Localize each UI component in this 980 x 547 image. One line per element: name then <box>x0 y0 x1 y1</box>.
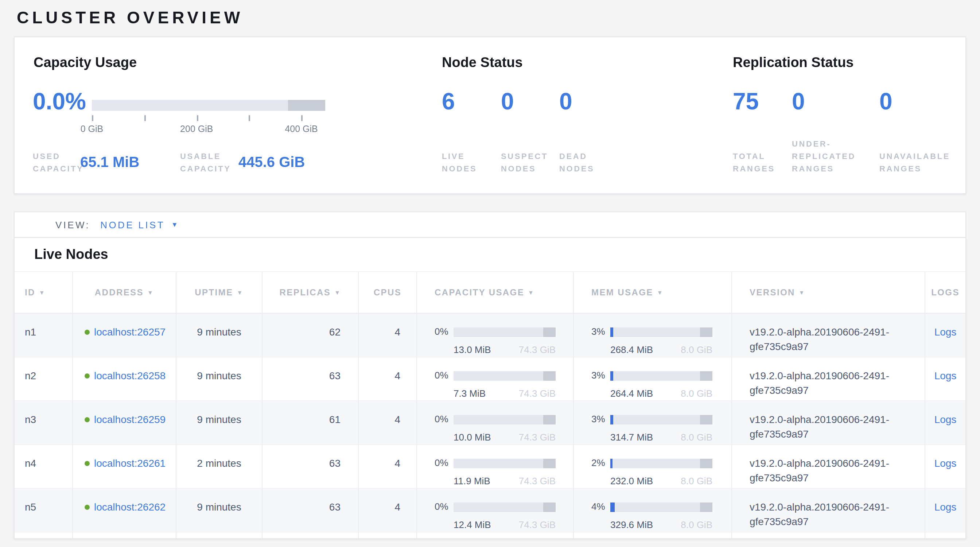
view-bar: VIEW: NODE LIST ▼ <box>14 211 966 238</box>
node-list-dropdown[interactable]: NODE LIST ▼ <box>100 219 180 230</box>
mem-used-label: 314.7 MiB <box>610 430 653 445</box>
cpus-cell: 4 <box>359 445 417 489</box>
table-row-clipped <box>14 533 966 539</box>
capacity-percent-label: 0% <box>434 368 453 383</box>
unavailable-count: 0 <box>880 88 892 115</box>
usable-capacity-value: 445.6 GiB <box>239 154 305 171</box>
table-row: n1 localhost:26257 9 minutes 62 4 0% 13.… <box>14 313 966 357</box>
dead-nodes-count: 0 <box>559 88 573 115</box>
view-label: VIEW: <box>56 219 90 230</box>
capacity-percent-label: 0% <box>434 412 453 427</box>
node-address-link[interactable]: localhost:26261 <box>94 457 165 469</box>
column-header-id[interactable]: ID▼ <box>14 272 73 313</box>
total-ranges-count: 75 <box>733 88 759 115</box>
sort-arrow-icon: ▼ <box>657 289 663 296</box>
table-header: ID▼ ADDRESS▼ UPTIME▼ REPLICAS▼ CPUS CAPA… <box>14 271 966 313</box>
replicas-cell: 61 <box>262 401 359 445</box>
capacity-bar-reserved <box>543 415 555 424</box>
capacity-percent-label: 0% <box>434 499 453 514</box>
table-row: n4 localhost:26261 2 minutes 63 4 0% 11.… <box>14 445 966 489</box>
cpus-cell: 4 <box>359 313 417 357</box>
column-header-replicas[interactable]: REPLICAS▼ <box>262 272 359 313</box>
mem-bar <box>610 415 713 424</box>
mem-percent-label: 3% <box>591 412 610 427</box>
column-header-cpus: CPUS <box>359 272 417 313</box>
column-header-address[interactable]: ADDRESS▼ <box>73 272 177 313</box>
capacity-bar-reserved <box>543 327 555 337</box>
column-header-uptime[interactable]: UPTIME▼ <box>177 272 262 313</box>
sort-arrow-icon: ▼ <box>334 289 341 296</box>
live-nodes-card: Live Nodes ID▼ ADDRESS▼ UPTIME▼ REPLICAS… <box>14 238 966 539</box>
capacity-meter-bar <box>92 100 325 111</box>
mem-usage-cell: 3% 314.7 MiB8.0 GiB <box>574 401 732 445</box>
axis-tick <box>249 115 250 121</box>
node-id-cell: n5 <box>14 489 73 533</box>
node-address-link[interactable]: localhost:26257 <box>94 326 165 338</box>
logs-link[interactable]: Logs <box>934 370 957 382</box>
cluster-summary-card: Capacity Usage 0.0% 0 GiB 200 GiB 400 Gi… <box>14 37 966 194</box>
mem-usage-cell: 3% 264.4 MiB8.0 GiB <box>574 357 732 401</box>
column-header-version[interactable]: VERSION▼ <box>732 272 925 313</box>
capacity-used-label: 7.3 MiB <box>453 386 485 401</box>
table-row: n5 localhost:26262 9 minutes 63 4 0% 12.… <box>14 489 966 533</box>
version-cell: v19.2.0-alpha.20190606-2491-gfe735c9a97 <box>732 445 925 489</box>
node-address-link[interactable]: localhost:26258 <box>94 370 165 382</box>
table-row: n3 localhost:26259 9 minutes 61 4 0% 10.… <box>14 401 966 445</box>
mem-bar-fill <box>610 371 613 380</box>
used-capacity-value: 65.1 MiB <box>80 154 139 171</box>
node-status-title: Node Status <box>442 55 523 71</box>
under-replicated-label: UNDER- REPLICATED RANGES <box>792 138 856 175</box>
logs-cell: Logs <box>925 313 966 357</box>
node-address-link[interactable]: localhost:26259 <box>94 413 165 425</box>
logs-link[interactable]: Logs <box>934 501 957 513</box>
table-row: n2 localhost:26258 9 minutes 63 4 0% 7.3… <box>14 357 966 401</box>
mem-percent-label: 2% <box>591 456 610 471</box>
uptime-cell: 9 minutes <box>177 401 262 445</box>
chevron-down-icon[interactable]: ▼ <box>171 221 180 228</box>
replicas-cell: 63 <box>262 445 359 489</box>
capacity-total-label: 74.3 GiB <box>519 474 555 489</box>
logs-link[interactable]: Logs <box>934 326 957 338</box>
logs-cell: Logs <box>925 401 966 445</box>
node-id-cell: n2 <box>14 357 73 401</box>
mem-total-label: 8.0 GiB <box>681 343 713 357</box>
capacity-usage-cell: 0% 12.4 MiB74.3 GiB <box>417 489 574 533</box>
capacity-bar <box>453 502 555 512</box>
mem-bar <box>610 458 713 468</box>
node-live-dot-icon <box>84 417 90 422</box>
mem-bar <box>610 502 713 512</box>
node-address-cell: localhost:26262 <box>73 489 177 533</box>
replicas-cell: 63 <box>262 357 359 401</box>
cpus-cell: 4 <box>359 401 417 445</box>
sort-arrow-icon: ▼ <box>39 289 46 296</box>
node-address-cell: localhost:26257 <box>73 313 177 357</box>
mem-bar <box>610 371 713 380</box>
capacity-bar <box>453 415 555 424</box>
logs-link[interactable]: Logs <box>934 457 957 469</box>
mem-usage-cell: 3% 268.4 MiB8.0 GiB <box>574 313 732 357</box>
node-address-cell: localhost:26258 <box>73 357 177 401</box>
total-ranges-label: TOTAL RANGES <box>733 150 775 175</box>
logs-cell: Logs <box>925 445 966 489</box>
mem-percent-label: 4% <box>591 499 610 514</box>
logs-link[interactable]: Logs <box>934 413 957 425</box>
live-nodes-label: LIVE NODES <box>442 150 477 175</box>
column-header-capacity-usage[interactable]: CAPACITY USAGE▼ <box>417 272 574 313</box>
column-header-mem-usage[interactable]: MEM USAGE▼ <box>574 272 732 313</box>
capacity-usage-title: Capacity Usage <box>33 55 137 71</box>
node-list-dropdown-value[interactable]: NODE LIST <box>100 219 165 230</box>
uptime-cell: 9 minutes <box>177 313 262 357</box>
nodes-table: ID▼ ADDRESS▼ UPTIME▼ REPLICAS▼ CPUS CAPA… <box>14 271 966 539</box>
cpus-cell: 4 <box>359 357 417 401</box>
node-address-link[interactable]: localhost:26262 <box>94 501 165 513</box>
capacity-bar <box>453 371 555 380</box>
node-live-dot-icon <box>84 461 90 466</box>
capacity-usage-cell: 0% 11.9 MiB74.3 GiB <box>417 445 574 489</box>
sort-arrow-icon: ▼ <box>799 289 805 296</box>
cpus-cell: 4 <box>359 489 417 533</box>
mem-used-label: 329.6 MiB <box>610 518 653 533</box>
mem-bar-reserved <box>700 502 713 512</box>
axis-tick <box>92 115 93 121</box>
capacity-percent-label: 0% <box>434 456 453 471</box>
mem-used-label: 264.4 MiB <box>610 386 653 401</box>
